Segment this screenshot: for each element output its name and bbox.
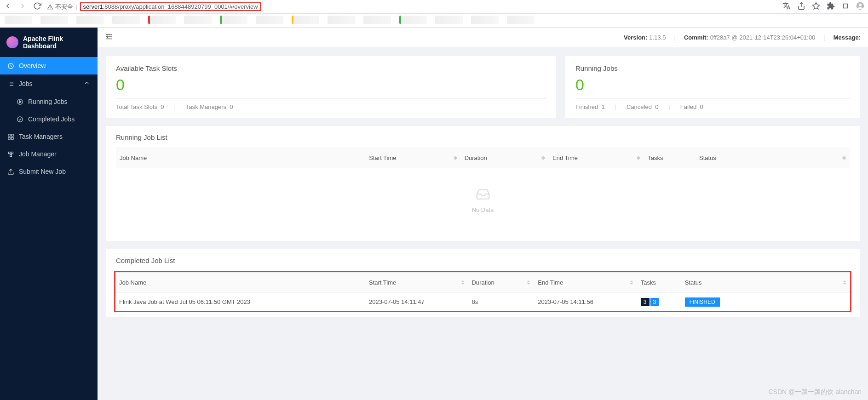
sidebar-item-overview[interactable]: Overview — [0, 57, 98, 74]
forward-icon[interactable] — [18, 2, 27, 11]
svg-rect-20 — [11, 152, 13, 154]
canceled-value: 0 — [655, 103, 658, 110]
sidebar-item-jobs[interactable]: Jobs — [0, 74, 98, 93]
app-title: Apache Flink Dashboard — [23, 35, 91, 50]
svg-marker-13 — [19, 101, 21, 103]
list-icon — [7, 80, 14, 87]
sidebar-item-label: Task Managers — [19, 133, 63, 140]
sidebar-item-running-jobs[interactable]: Running Jobs — [0, 93, 98, 110]
sidebar-item-label: Completed Jobs — [28, 115, 75, 123]
logo: Apache Flink Dashboard — [0, 28, 98, 57]
svg-rect-2 — [844, 4, 848, 8]
slots-value: 0 — [116, 76, 546, 99]
sort-icon — [527, 280, 530, 285]
card-title: Running Jobs — [575, 64, 850, 72]
task-badge-total: 3 — [641, 298, 650, 306]
version-label: Version: — [624, 34, 647, 41]
col-duration[interactable]: Duration — [461, 148, 549, 168]
svg-rect-21 — [10, 154, 12, 156]
failed-value: 0 — [700, 103, 703, 110]
col-end-time[interactable]: End Time — [549, 148, 644, 168]
total-slots-value: 0 — [161, 103, 164, 110]
flink-logo-icon — [6, 36, 18, 48]
insecure-icon: 不安全 — [47, 3, 73, 11]
chevron-up-icon — [83, 80, 90, 88]
sidebar-item-job-manager[interactable]: Job Manager — [0, 145, 98, 163]
col-status[interactable]: Status — [696, 148, 850, 168]
sidebar-item-completed-jobs[interactable]: Completed Jobs — [0, 110, 98, 128]
col-tasks[interactable]: Tasks — [637, 273, 681, 293]
back-icon[interactable] — [4, 2, 12, 11]
svg-point-4 — [859, 4, 862, 6]
sidebar-item-label: Running Jobs — [28, 98, 68, 105]
col-start-time[interactable]: Start Time — [365, 148, 460, 168]
svg-marker-1 — [813, 3, 820, 9]
empty-state: No Data — [116, 168, 850, 236]
cell-end: 2023-07-05 14:11:56 — [534, 293, 637, 311]
cell-tasks: 33 — [637, 293, 681, 311]
sidebar-item-label: Jobs — [19, 80, 33, 87]
sidebar-item-label: Overview — [19, 62, 46, 69]
extensions-icon[interactable] — [827, 2, 835, 11]
sort-icon — [637, 156, 640, 160]
svg-rect-18 — [11, 137, 13, 139]
browser-ext-icons — [782, 2, 864, 11]
translate-icon[interactable] — [782, 2, 791, 11]
finished-label: Finished — [575, 103, 598, 110]
dashboard-icon — [7, 63, 14, 69]
task-managers-value: 0 — [230, 103, 233, 110]
total-slots-label: Total Task Slots — [116, 103, 157, 110]
cluster-icon — [7, 133, 14, 140]
running-jobs-table: Job Name Start Time Duration End Time Ta… — [116, 148, 850, 168]
commit-value: 0ff28a7 @ 2021-12-14T23:26:04+01:00 — [710, 34, 816, 41]
insecure-label: 不安全 — [55, 3, 73, 11]
star-icon[interactable] — [812, 2, 820, 11]
card-title: Available Task Slots — [116, 64, 546, 72]
reload-icon[interactable] — [33, 2, 41, 11]
failed-label: Failed — [680, 103, 696, 110]
col-job-name[interactable]: Job Name — [116, 148, 365, 168]
bookmarks-bar — [0, 14, 868, 28]
col-job-name[interactable]: Job Name — [115, 273, 365, 293]
sidebar-item-submit-job[interactable]: Submit New Job — [0, 163, 98, 180]
sidebar-item-label: Submit New Job — [19, 168, 66, 175]
cell-status: FINISHED — [681, 293, 850, 311]
url-bar[interactable]: 不安全 | server1:8088/proxy/application_168… — [47, 2, 777, 11]
svg-rect-19 — [9, 152, 11, 154]
completed-jobs-table: Job Name Start Time Duration End Time Ta… — [115, 272, 850, 311]
svg-point-14 — [17, 116, 23, 121]
col-status[interactable]: Status — [681, 273, 850, 293]
table-row[interactable]: Flink Java Job at Wed Jul 05 06:11:50 GM… — [115, 293, 850, 311]
browser-bar: 不安全 | server1:8088/proxy/application_168… — [0, 0, 868, 14]
status-badge: FINISHED — [685, 297, 720, 307]
col-start-time[interactable]: Start Time — [365, 273, 468, 293]
running-jobs-card: Running Jobs 0 Finished 1 | Canceled 0 |… — [565, 56, 860, 118]
restore-icon[interactable] — [841, 2, 850, 11]
col-tasks[interactable]: Tasks — [644, 148, 696, 168]
cell-duration: 8s — [468, 293, 535, 311]
section-title: Completed Job List — [116, 257, 850, 264]
completed-job-list-section: Completed Job List Job Name Start Time D… — [106, 249, 860, 317]
menu-fold-icon[interactable] — [105, 33, 113, 42]
task-badge-finished: 3 — [650, 298, 659, 306]
play-circle-icon — [17, 98, 23, 105]
col-duration[interactable]: Duration — [468, 273, 535, 293]
running-value: 0 — [575, 76, 850, 99]
share-icon[interactable] — [797, 2, 805, 11]
profile-icon[interactable] — [856, 2, 864, 11]
build-icon — [7, 151, 14, 158]
message-label: Message: — [834, 34, 861, 41]
available-slots-card: Available Task Slots 0 Total Task Slots … — [106, 56, 556, 118]
svg-rect-15 — [8, 134, 10, 136]
sidebar-item-label: Job Manager — [19, 150, 57, 158]
url-text: server1:8088/proxy/application_168844892… — [80, 2, 260, 11]
svg-rect-16 — [11, 134, 13, 136]
main: Version:1.13.5 | Commit:0ff28a7 @ 2021-1… — [98, 28, 868, 400]
inbox-icon — [474, 187, 492, 201]
commit-label: Commit: — [684, 34, 708, 41]
cell-start: 2023-07-05 14:11:47 — [365, 293, 468, 311]
sidebar-item-task-managers[interactable]: Task Managers — [0, 128, 98, 145]
check-circle-icon — [17, 116, 23, 123]
upload-icon — [7, 168, 14, 175]
col-end-time[interactable]: End Time — [534, 273, 637, 293]
